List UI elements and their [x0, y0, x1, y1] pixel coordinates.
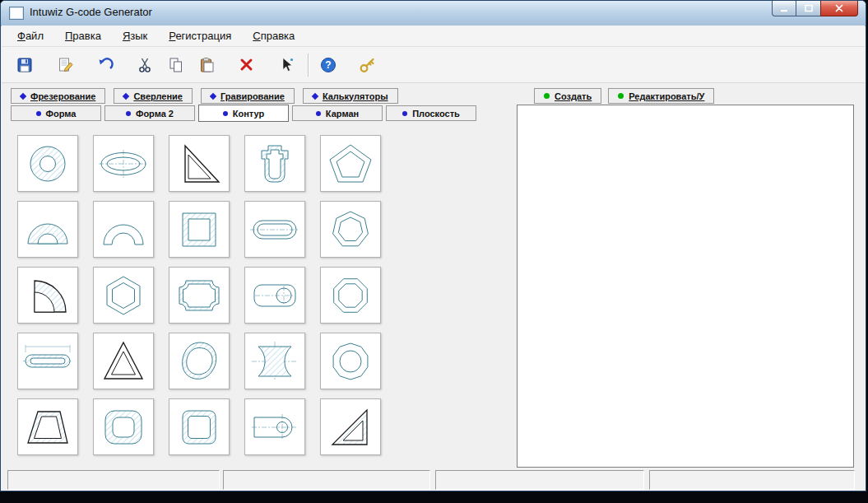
tab-drilling[interactable]: Сверление [114, 88, 193, 104]
menu-bar: ФайлПравкаЯзыкРегистрацияСправка [2, 26, 865, 47]
shape-octagon[interactable] [320, 267, 381, 324]
paste-icon [198, 56, 216, 74]
shape-quarter-ring[interactable] [17, 267, 78, 324]
toolbar-cut-button[interactable] [130, 51, 160, 79]
shape-rounded-square[interactable] [169, 398, 230, 455]
ellipse-thumbnail-icon [97, 141, 150, 187]
shape-triangle[interactable] [93, 333, 154, 389]
shape-ellipse[interactable] [93, 135, 154, 192]
pointer-icon [277, 56, 295, 74]
rounded-square-thumbnail-icon [173, 404, 225, 450]
status-bar [1, 470, 866, 490]
close-button[interactable] [820, 1, 858, 16]
tab-label: Плоскость [412, 109, 460, 119]
blue-dot-icon [316, 111, 321, 116]
shape-rounded-slot[interactable] [244, 267, 305, 324]
half-ring-thumbnail-icon [21, 207, 74, 253]
menu-item-edit[interactable]: Правка [54, 26, 112, 45]
triangle-thumbnail-icon [97, 338, 150, 384]
shape-spool[interactable] [244, 333, 305, 389]
shape-thin-slot[interactable] [17, 333, 78, 389]
tab-create[interactable]: Создать [534, 88, 601, 104]
toolbar-paste-button[interactable] [193, 51, 222, 79]
toolbar-pointer-button[interactable] [272, 51, 301, 79]
blue-dot-icon [36, 111, 41, 116]
toolbar-delete-button[interactable] [232, 51, 262, 79]
shape-hexagon[interactable] [93, 267, 154, 324]
tab-contour[interactable]: Контур [198, 105, 289, 122]
tab-shape-2[interactable]: Форма 2 [104, 105, 195, 121]
tab-pocket[interactable]: Карман [292, 105, 383, 121]
plaque-thumbnail-icon [173, 272, 225, 319]
rounded-slot-thumbnail-icon [248, 272, 301, 319]
shape-trapezoid[interactable] [17, 398, 78, 455]
keyhole-slot-thumbnail-icon [248, 404, 301, 450]
shape-ring[interactable] [17, 135, 78, 192]
decagon-thumbnail-icon [324, 338, 377, 384]
toolbar-copy-button[interactable] [161, 51, 191, 79]
blue-diamond-icon [123, 92, 129, 99]
toolbar-undo-button[interactable] [91, 51, 120, 79]
blue-dot-icon [223, 111, 228, 116]
menu-item-file[interactable]: Файл [7, 26, 54, 45]
blue-dot-icon [126, 111, 131, 116]
shape-pentagon[interactable] [320, 135, 381, 192]
octagon-thumbnail-icon [324, 272, 377, 319]
minimize-icon [778, 3, 790, 13]
tab-label: Форма 2 [136, 109, 174, 119]
minimize-button[interactable] [772, 1, 796, 16]
shape-plaque[interactable] [169, 267, 230, 324]
quarter-ring-thumbnail-icon [21, 272, 74, 319]
green-dot-icon [618, 93, 624, 99]
shape-half-ring[interactable] [17, 201, 78, 258]
tab-edit-delete[interactable]: Редактировать/У [608, 88, 714, 104]
shape-keyhole-slot[interactable] [244, 398, 305, 455]
key-icon [359, 56, 377, 74]
square-frame-thumbnail-icon [173, 207, 225, 253]
tab-milling[interactable]: Фрезерование [11, 88, 105, 104]
tabbed-plate-thumbnail-icon [248, 141, 301, 187]
shape-arch[interactable] [93, 201, 154, 258]
menu-item-language[interactable]: Язык [112, 26, 158, 45]
tab-shape[interactable]: Форма [11, 105, 101, 121]
category-tabs: ФрезерованиеСверлениеГравированиеКалькул… [11, 88, 398, 104]
shape-heptagon[interactable] [320, 201, 381, 258]
menu-item-help[interactable]: Справка [242, 26, 305, 45]
copy-icon [167, 56, 185, 74]
shape-right-triangle-2[interactable] [320, 398, 381, 455]
blob-thumbnail-icon [173, 338, 225, 384]
tab-plane[interactable]: Плоскость [386, 105, 476, 121]
spool-thumbnail-icon [248, 338, 301, 384]
tab-calculators[interactable]: Калькуляторы [303, 88, 398, 104]
heptagon-thumbnail-icon [324, 207, 377, 253]
shape-right-triangle[interactable] [169, 135, 230, 192]
tab-label: Калькуляторы [323, 91, 388, 101]
help-icon: ? [319, 56, 337, 74]
toolbar-save-button[interactable] [10, 51, 39, 79]
green-dot-icon [544, 93, 550, 99]
shape-oval-slot[interactable] [244, 201, 305, 258]
tab-label: Создать [555, 91, 592, 101]
close-icon [833, 3, 845, 13]
edit-icon [57, 56, 75, 74]
app-window: Intuwiz G-code Generator ФайлПравкаЯзыкР… [0, 0, 866, 491]
cut-icon [136, 56, 154, 74]
shape-decagon[interactable] [320, 333, 381, 389]
shape-tabbed-plate[interactable] [244, 135, 305, 192]
toolbar-key-button[interactable] [353, 51, 383, 79]
maximize-button[interactable] [796, 1, 820, 16]
shape-blob[interactable] [169, 333, 230, 389]
tab-label: Редактировать/У [629, 91, 704, 101]
blue-diamond-icon [210, 92, 216, 99]
shape-gallery [17, 135, 389, 456]
svg-text:?: ? [325, 59, 331, 71]
toolbar-edit-button[interactable] [51, 51, 81, 79]
menu-item-registration[interactable]: Регистрация [158, 26, 242, 45]
status-panel-1 [7, 470, 220, 490]
shape-rounded-frame[interactable] [93, 398, 154, 455]
tab-engraving[interactable]: Гравирование [201, 88, 295, 104]
toolbar-help-button[interactable]: ? [313, 51, 343, 79]
titlebar[interactable]: Intuwiz G-code Generator [1, 1, 866, 26]
shape-square-frame[interactable] [169, 201, 230, 258]
action-tabs: СоздатьРедактировать/У [534, 88, 714, 104]
